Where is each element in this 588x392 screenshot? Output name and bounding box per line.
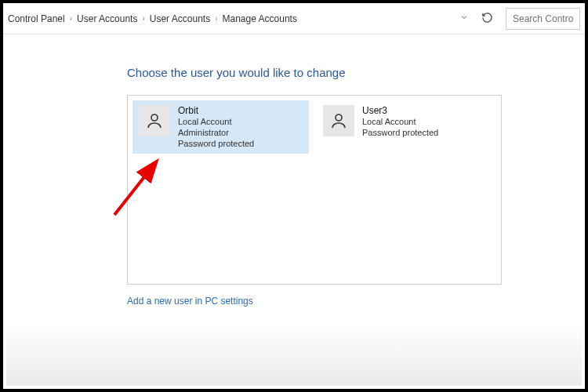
account-password-status: Password protected: [178, 139, 254, 150]
breadcrumb[interactable]: Control Panel › User Accounts › User Acc…: [8, 13, 455, 24]
avatar: [139, 105, 170, 136]
add-user-link[interactable]: Add a new user in PC settings: [127, 296, 253, 307]
account-type: Local Account: [178, 117, 254, 128]
user-icon: [329, 111, 348, 130]
chevron-right-icon: ›: [142, 14, 144, 23]
chevron-right-icon: ›: [70, 14, 72, 23]
page-title: Choose the user you would like to change: [127, 66, 585, 79]
breadcrumb-user-accounts-1[interactable]: User Accounts: [77, 13, 137, 24]
breadcrumb-control-panel[interactable]: Control Panel: [8, 13, 65, 24]
breadcrumb-user-accounts-2[interactable]: User Accounts: [150, 13, 210, 24]
header-bar: Control Panel › User Accounts › User Acc…: [3, 3, 585, 34]
account-info: Orbit Local Account Administrator Passwo…: [178, 105, 254, 149]
accounts-container: Orbit Local Account Administrator Passwo…: [127, 95, 502, 285]
account-role: Administrator: [178, 128, 254, 139]
account-name: User3: [362, 105, 438, 117]
user-icon: [145, 111, 164, 130]
account-card-orbit[interactable]: Orbit Local Account Administrator Passwo…: [132, 100, 309, 154]
account-info: User3 Local Account Password protected: [362, 105, 438, 139]
account-type: Local Account: [362, 117, 438, 128]
avatar: [323, 105, 354, 136]
chevron-down-icon[interactable]: [459, 13, 469, 24]
header-controls: [459, 8, 580, 30]
bottom-fade: [6, 323, 582, 386]
account-password-status: Password protected: [362, 128, 438, 139]
account-card-user3[interactable]: User3 Local Account Password protected: [317, 100, 493, 154]
search-input[interactable]: [506, 8, 580, 30]
breadcrumb-manage-accounts[interactable]: Manage Accounts: [223, 13, 297, 24]
svg-point-0: [151, 114, 158, 121]
account-name: Orbit: [178, 105, 254, 117]
chevron-right-icon: ›: [215, 14, 217, 23]
refresh-icon[interactable]: [481, 12, 493, 26]
content-area: Choose the user you would like to change…: [3, 34, 585, 307]
svg-point-1: [336, 114, 342, 121]
